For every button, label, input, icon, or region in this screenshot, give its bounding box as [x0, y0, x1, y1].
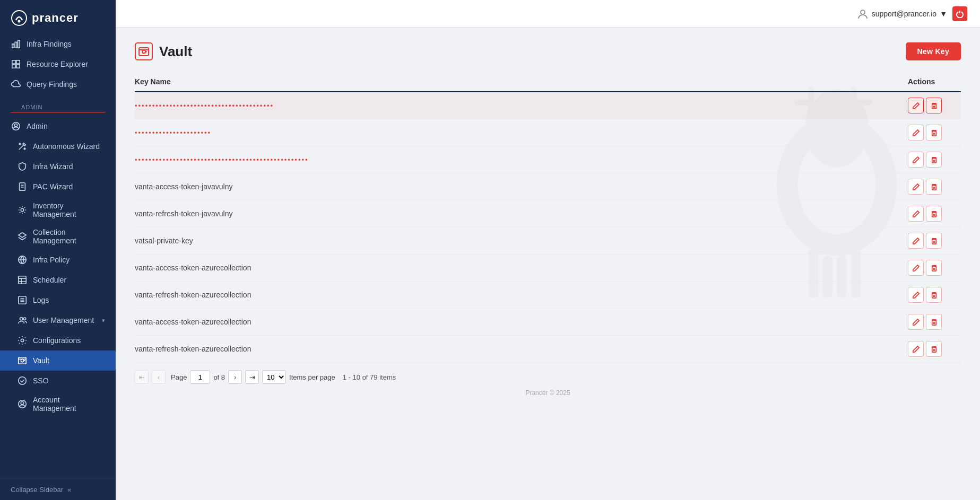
edit-button[interactable] — [908, 287, 924, 303]
sidebar-item-sso[interactable]: SSO — [0, 371, 116, 391]
delete-button[interactable] — [926, 287, 942, 303]
actions-cell — [908, 227, 961, 255]
edit-button[interactable] — [908, 206, 924, 222]
sidebar-item-logs[interactable]: Logs — [0, 290, 116, 310]
pagination-page-input[interactable] — [190, 370, 210, 384]
sidebar-item-admin[interactable]: Admin — [0, 116, 116, 136]
edit-button[interactable] — [908, 152, 924, 168]
key-name-cell: •••••••••••••••••••••• — [135, 119, 908, 146]
actions-cell — [908, 309, 961, 336]
edit-button[interactable] — [908, 125, 924, 141]
user-circle-icon — [11, 121, 21, 131]
edit-button[interactable] — [908, 341, 924, 357]
table-row: vanta-access-token-javavulny — [135, 173, 961, 200]
account-icon — [17, 399, 28, 409]
sidebar-item-infra-findings[interactable]: Infra Findings — [0, 34, 116, 54]
svg-rect-3 — [15, 42, 17, 48]
edit-button[interactable] — [908, 260, 924, 276]
sidebar-item-scheduler[interactable]: Scheduler — [0, 270, 116, 290]
svg-point-35 — [19, 377, 26, 384]
pagination-last-btn[interactable]: ⇥ — [245, 370, 259, 384]
table-row: vanta-refresh-token-azurecollection — [135, 336, 961, 363]
shield-icon — [17, 161, 28, 172]
sidebar-item-label-inventory-management: Inventory Management — [33, 201, 105, 218]
sidebar-item-vault[interactable]: Vault — [0, 350, 116, 371]
delete-button[interactable] — [926, 260, 942, 276]
document-icon — [17, 181, 28, 192]
collapse-sidebar-icon: « — [67, 486, 71, 494]
sidebar-item-label-infra-policy: Infra Policy — [33, 256, 105, 264]
edit-button[interactable] — [908, 314, 924, 330]
sidebar-item-infra-wizard[interactable]: Infra Wizard — [0, 156, 116, 177]
svg-rect-6 — [16, 60, 20, 64]
svg-rect-13 — [20, 183, 25, 190]
sidebar-item-collection-management[interactable]: Collection Management — [0, 223, 116, 250]
power-button[interactable] — [952, 6, 967, 21]
main-content: support@prancer.io ▼ — [116, 0, 980, 500]
actions-cell — [908, 255, 961, 282]
table-row: ••••••••••••••••••••••••••••••••••••••••… — [135, 146, 961, 173]
pagination-prev-btn[interactable]: ‹ — [152, 370, 166, 384]
pagination-summary: 1 - 10 of 79 items — [343, 373, 396, 381]
svg-point-11 — [19, 143, 21, 145]
delete-button[interactable] — [926, 179, 942, 195]
svg-point-28 — [20, 318, 23, 320]
svg-rect-72 — [932, 266, 936, 270]
users-icon — [17, 315, 28, 326]
sidebar-section-divider — [11, 112, 105, 113]
svg-point-1 — [18, 20, 21, 23]
sidebar-item-inventory-management[interactable]: Inventory Management — [0, 197, 116, 223]
sidebar-item-autonomous-wizard[interactable]: Autonomous Wizard — [0, 136, 116, 156]
key-name-cell: •••••••••••••••••••••••••••••••••••••••• — [135, 92, 908, 119]
svg-point-37 — [21, 402, 23, 405]
layers-icon — [17, 231, 28, 242]
edit-button[interactable] — [908, 98, 924, 113]
svg-rect-63 — [932, 185, 936, 189]
svg-point-10 — [14, 124, 17, 127]
sidebar-item-label-pac-wizard: PAC Wizard — [33, 182, 105, 191]
svg-rect-75 — [932, 293, 936, 297]
pagination-of-pages: of 8 — [213, 373, 225, 381]
collapse-sidebar-label: Collapse Sidebar — [11, 486, 63, 494]
delete-button[interactable] — [926, 314, 942, 330]
table-row: vanta-access-token-azurecollection — [135, 255, 961, 282]
vault-table: Key Name Actions •••••••••••••••••••••••… — [135, 72, 961, 363]
edit-button[interactable] — [908, 233, 924, 249]
pagination-next-btn[interactable]: › — [228, 370, 242, 384]
user-avatar-icon — [857, 8, 869, 20]
table-row: vanta-access-token-azurecollection — [135, 309, 961, 336]
sidebar-item-query-findings[interactable]: Query Findings — [0, 74, 116, 94]
actions-cell — [908, 282, 961, 309]
key-name-cell: vanta-access-token-azurecollection — [135, 309, 908, 336]
content-area: Vault New Key Key Name Actions •••••••••… — [116, 28, 980, 500]
edit-button[interactable] — [908, 179, 924, 195]
table-row: •••••••••••••••••••••••••••••••••••••••• — [135, 92, 961, 119]
pagination-page-label: Page — [171, 373, 187, 381]
user-menu[interactable]: support@prancer.io ▼ — [857, 8, 947, 20]
sidebar-item-label-collection-management: Collection Management — [33, 228, 105, 245]
new-key-button[interactable]: New Key — [906, 42, 961, 60]
sidebar-item-account-management[interactable]: Account Management — [0, 391, 116, 417]
delete-button[interactable] — [926, 233, 942, 249]
delete-button[interactable] — [926, 125, 942, 141]
pagination-per-page-select[interactable]: 10 25 50 — [262, 370, 286, 384]
sidebar-item-label-infra-findings: Infra Findings — [27, 40, 105, 48]
pagination-first-btn[interactable]: ⇤ — [135, 370, 149, 384]
sidebar-item-user-management[interactable]: User Management▾ — [0, 310, 116, 330]
pagination: ⇤ ‹ Page of 8 › ⇥ 10 25 50 Items per pag… — [135, 363, 961, 384]
sidebar-item-label-infra-wizard: Infra Wizard — [33, 162, 105, 171]
delete-button[interactable] — [926, 206, 942, 222]
svg-rect-81 — [932, 347, 936, 352]
collapse-sidebar-btn[interactable]: Collapse Sidebar « — [0, 479, 116, 500]
delete-button[interactable] — [926, 98, 942, 113]
vault-page-icon — [135, 42, 153, 60]
delete-button[interactable] — [926, 341, 942, 357]
sidebar-item-pac-wizard[interactable]: PAC Wizard — [0, 177, 116, 197]
sidebar-item-infra-policy[interactable]: Infra Policy — [0, 250, 116, 270]
sidebar-item-resource-explorer[interactable]: Resource Explorer — [0, 54, 116, 74]
app-logo-text: prancer — [32, 11, 79, 25]
sidebar-item-configurations[interactable]: Configurations — [0, 330, 116, 350]
topbar-user-email: support@prancer.io — [872, 10, 936, 18]
svg-point-16 — [21, 208, 23, 211]
delete-button[interactable] — [926, 152, 942, 168]
